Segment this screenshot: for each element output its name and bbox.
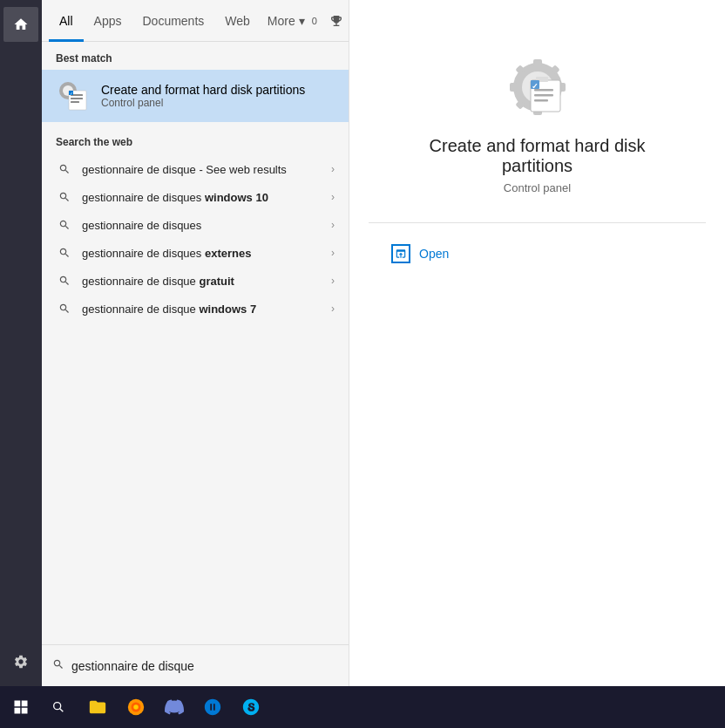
svg-point-33 (133, 704, 139, 710)
search-result-icon-3 (56, 216, 73, 234)
best-match-subtitle: Control panel (101, 97, 305, 109)
search-result-icon-5 (56, 272, 73, 289)
svg-rect-12 (510, 83, 517, 92)
trophy-icon[interactable] (324, 9, 349, 33)
search-result-icon-1 (56, 160, 73, 178)
search-result-text-3: gestionnaire de disques (82, 219, 331, 232)
sidebar-home-icon[interactable] (3, 7, 38, 42)
best-match-text: Create and format hard disk partitions C… (101, 83, 305, 109)
tabs-bar: All Apps Documents Web More ▾ 0 ··· (42, 0, 349, 42)
svg-rect-28 (22, 708, 28, 714)
taskbar-discord[interactable] (155, 686, 193, 728)
tab-all[interactable]: All (49, 0, 84, 42)
chevron-right-icon-6: › (331, 303, 335, 315)
right-details-panel: ✓ Create and format hard disk partitions… (349, 0, 725, 686)
chevron-right-icon-3: › (331, 219, 335, 231)
search-result-icon-4 (56, 244, 73, 262)
svg-rect-4 (71, 98, 83, 99)
tab-documents[interactable]: Documents (132, 0, 214, 42)
search-result-2[interactable]: gestionnaire de disques windows 10 › (42, 183, 349, 211)
svg-text:✓: ✓ (70, 91, 73, 96)
search-input[interactable] (71, 659, 338, 673)
search-result-text-5: gestionnaire de disque gratuit (82, 275, 331, 288)
svg-rect-26 (22, 701, 28, 707)
best-match-label: Best match (42, 42, 349, 70)
search-bar-icon (52, 658, 64, 673)
taskbar-skype[interactable] (232, 686, 270, 728)
best-match-title: Create and format hard disk partitions (101, 83, 305, 97)
disk-mgmt-icon: ✓ (56, 78, 91, 113)
search-bar[interactable] (42, 644, 349, 686)
search-result-text-4: gestionnaire de disques externes (82, 247, 331, 260)
svg-point-29 (54, 703, 61, 710)
chevron-down-icon: ▾ (299, 14, 305, 28)
svg-rect-27 (15, 708, 21, 714)
taskbar (0, 686, 725, 728)
search-result-icon-2 (56, 188, 73, 206)
search-result-6[interactable]: gestionnaire de disque windows 7 › (42, 295, 349, 323)
search-result-3[interactable]: gestionnaire de disques › (42, 211, 349, 239)
best-match-item[interactable]: ✓ Create and format hard disk partitions… (42, 70, 349, 122)
search-result-4[interactable]: gestionnaire de disques externes › (42, 239, 349, 267)
search-panel: All Apps Documents Web More ▾ 0 ··· Best… (42, 0, 349, 686)
chevron-right-icon-1: › (331, 163, 335, 175)
taskbar-search-icon[interactable] (42, 686, 75, 728)
badge-count: 0 (312, 16, 317, 26)
taskbar-edge[interactable] (193, 686, 232, 728)
search-result-text-6: gestionnaire de disque windows 7 (82, 303, 331, 316)
svg-rect-21 (534, 94, 553, 97)
tab-more[interactable]: More ▾ (261, 0, 312, 42)
svg-rect-22 (534, 99, 548, 102)
sidebar-settings-icon[interactable] (3, 644, 38, 679)
svg-text:✓: ✓ (532, 82, 539, 91)
open-icon (391, 244, 410, 263)
svg-rect-10 (533, 59, 542, 66)
svg-rect-25 (15, 701, 21, 707)
right-panel-subtitle: Control panel (504, 181, 571, 194)
search-result-text-1: gestionnaire de disque - See web results (82, 163, 331, 176)
svg-line-30 (60, 709, 64, 712)
start-button[interactable] (0, 686, 42, 728)
chevron-right-icon-2: › (331, 191, 335, 203)
search-result-1[interactable]: gestionnaire de disque - See web results… (42, 155, 349, 183)
taskbar-file-explorer[interactable] (78, 686, 117, 728)
chevron-right-icon-5: › (331, 275, 335, 287)
taskbar-firefox[interactable] (117, 686, 155, 728)
tab-apps[interactable]: Apps (84, 0, 132, 42)
open-action[interactable]: Open (370, 237, 470, 270)
search-web-label: Search the web (42, 126, 349, 155)
open-label: Open (419, 247, 449, 261)
search-result-5[interactable]: gestionnaire de disque gratuit › (42, 267, 349, 295)
chevron-right-icon-4: › (331, 247, 335, 259)
tab-web[interactable]: Web (214, 0, 261, 42)
svg-rect-5 (71, 101, 79, 103)
sidebar (0, 0, 42, 686)
search-result-icon-6 (56, 300, 73, 317)
right-panel-disk-icon: ✓ (503, 52, 573, 122)
right-panel-title: Create and format hard disk partitions (398, 136, 677, 176)
search-result-text-2: gestionnaire de disques windows 10 (82, 191, 331, 204)
right-panel-divider (369, 222, 707, 223)
taskbar-app-icons (78, 686, 270, 728)
